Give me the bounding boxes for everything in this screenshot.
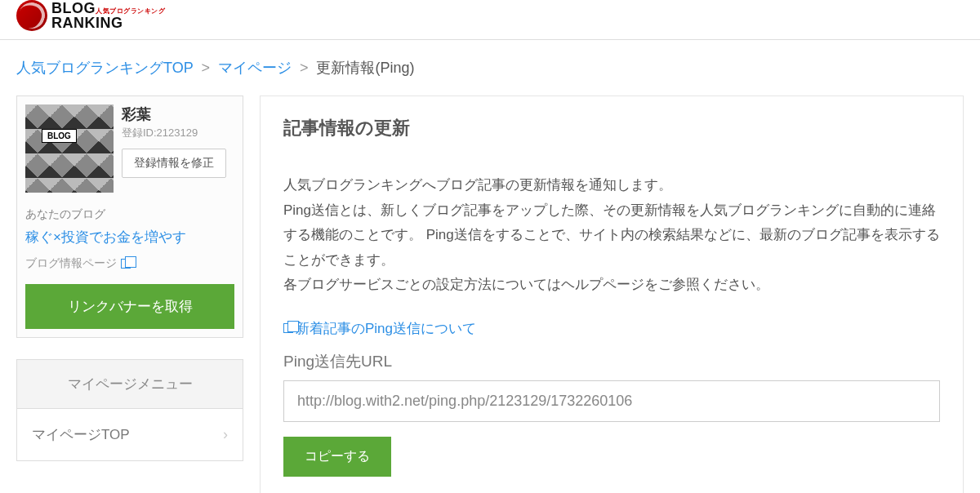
sidebar-item-label: マイページTOP [32, 425, 130, 444]
profile-id: 登録ID:2123129 [122, 126, 226, 140]
logo-text: BLOG人気ブログランキング RANKING [51, 1, 165, 30]
chevron-right-icon: › [223, 426, 228, 443]
site-logo[interactable]: BLOG人気ブログランキング RANKING [16, 0, 964, 31]
blog-link[interactable]: 稼ぐ×投資でお金を増やす [25, 229, 186, 245]
external-link-icon [121, 259, 131, 269]
logo-icon [16, 0, 47, 31]
sidebar-item-mypage-top[interactable]: マイページTOP › [17, 409, 243, 460]
header: BLOG人気ブログランキング RANKING [0, 0, 980, 40]
sidebar: 彩葉 登録ID:2123129 登録情報を修正 あなたのブログ 稼ぐ×投資でお金… [16, 95, 243, 493]
your-blog-label: あなたのブログ [25, 207, 234, 222]
profile-name: 彩葉 [122, 104, 226, 124]
copy-button[interactable]: コピーする [283, 437, 391, 477]
get-banner-button[interactable]: リンクバナーを取得 [25, 284, 234, 329]
help-link[interactable]: 新着記事のPing送信について [283, 319, 476, 338]
breadcrumb-current: 更新情報(Ping) [316, 60, 414, 76]
page-title: 記事情報の更新 [283, 116, 940, 140]
profile-card: 彩葉 登録ID:2123129 登録情報を修正 あなたのブログ 稼ぐ×投資でお金… [16, 95, 243, 338]
description-text: 人気ブログランキングへブログ記事の更新情報を通知します。Ping送信とは、新しく… [283, 173, 940, 298]
avatar [25, 104, 114, 193]
main-content: 記事情報の更新 人気ブログランキングへブログ記事の更新情報を通知します。Ping… [260, 95, 964, 493]
edit-profile-button[interactable]: 登録情報を修正 [122, 149, 226, 178]
breadcrumb-mypage-link[interactable]: マイページ [218, 60, 292, 76]
breadcrumb: 人気ブログランキングTOP > マイページ > 更新情報(Ping) [0, 40, 980, 95]
help-link-label: 新着記事のPing送信について [296, 319, 476, 338]
mypage-menu: マイページメニュー マイページTOP › [16, 359, 243, 461]
blog-info-page-label: ブログ情報ページ [25, 256, 117, 271]
breadcrumb-separator: > [201, 60, 210, 76]
ping-url-input[interactable] [283, 380, 940, 422]
breadcrumb-separator: > [300, 60, 309, 76]
blog-info-page[interactable]: ブログ情報ページ [25, 256, 234, 271]
external-link-icon [283, 323, 293, 333]
breadcrumb-top-link[interactable]: 人気ブログランキングTOP [16, 60, 193, 76]
mypage-menu-header: マイページメニュー [17, 360, 243, 409]
ping-url-label: Ping送信先URL [283, 351, 940, 372]
